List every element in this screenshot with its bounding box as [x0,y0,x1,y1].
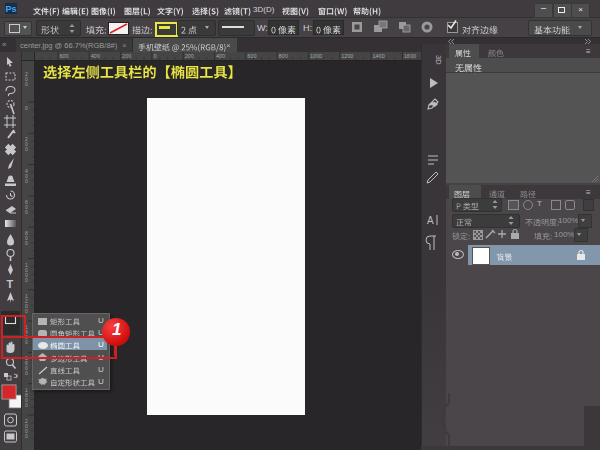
svg-text:0: 0 [25,402,28,408]
svg-text:0: 0 [25,81,28,87]
svg-text:0: 0 [25,433,28,439]
svg-text:0: 0 [25,370,28,376]
svg-text:A: A [427,215,434,226]
svg-text:400: 400 [216,53,225,59]
svg-text:3D: 3D [434,55,443,65]
svg-text:0: 0 [25,240,28,246]
svg-text:0: 0 [25,178,28,184]
svg-text:0: 0 [25,105,28,111]
svg-text:200: 200 [122,53,131,59]
svg-text:800: 800 [279,53,288,59]
svg-text:T: T [7,278,14,290]
svg-text:400: 400 [91,53,100,59]
svg-text:600: 600 [60,53,69,59]
svg-text:600: 600 [247,53,256,59]
svg-text:0: 0 [25,308,28,314]
svg-text:0: 0 [25,277,28,283]
svg-text:0: 0 [25,146,28,152]
svg-text:0: 0 [153,53,156,59]
svg-text:0: 0 [25,209,28,215]
svg-text:200: 200 [185,53,194,59]
